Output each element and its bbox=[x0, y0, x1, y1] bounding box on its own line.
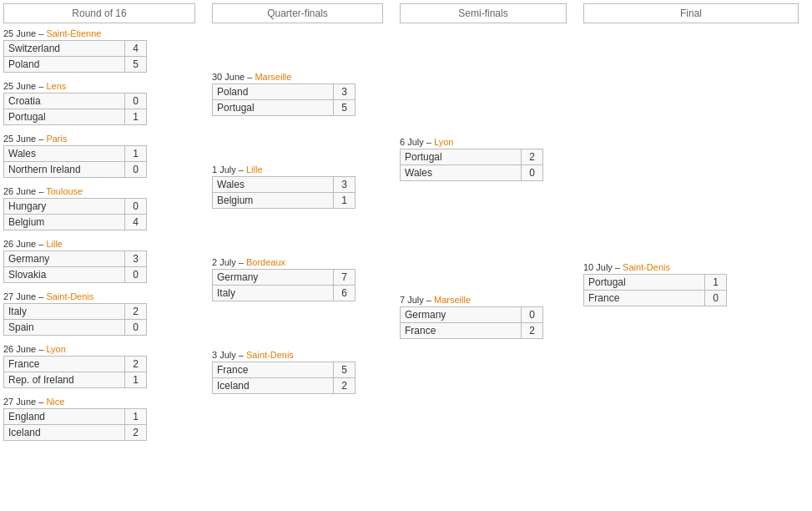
sf-spacer-mid bbox=[400, 186, 567, 295]
team-score: 2 bbox=[522, 149, 543, 165]
team-score: 1 bbox=[334, 193, 356, 209]
table-row: Switzerland 4 bbox=[4, 41, 147, 57]
team-score: 2 bbox=[522, 323, 543, 339]
team-score: 5 bbox=[334, 100, 356, 116]
team-score: 0 bbox=[125, 94, 147, 109]
qf-spacer-top bbox=[212, 28, 383, 72]
table-row: Wales 3 bbox=[213, 177, 356, 193]
sf-header: Semi-finals bbox=[400, 3, 567, 23]
table-row: Hungary 0 bbox=[4, 199, 147, 215]
table-row: Iceland 2 bbox=[213, 378, 356, 394]
table-row: Portugal 5 bbox=[213, 100, 356, 116]
r16-match-5: 26 June – Lille Germany 3 Slovakia 0 bbox=[3, 239, 195, 283]
quarter-finals: Quarter-finals 30 June – Marseille Polan… bbox=[212, 3, 383, 446]
table-row: Wales 0 bbox=[401, 165, 543, 181]
team-name: France bbox=[401, 323, 522, 339]
team-name: France bbox=[4, 357, 125, 372]
team-name: Croatia bbox=[4, 94, 125, 109]
final-match-1: 10 July – Saint-Denis Portugal 1 France … bbox=[583, 262, 799, 306]
sf-match-1: 6 July – Lyon Portugal 2 Wales 0 bbox=[400, 137, 567, 181]
team-name: Portugal bbox=[584, 275, 705, 291]
team-score: 5 bbox=[334, 362, 356, 378]
team-name: Iceland bbox=[4, 425, 125, 441]
team-name: Germany bbox=[4, 251, 125, 267]
team-name: Portugal bbox=[4, 109, 125, 125]
team-name: Germany bbox=[401, 307, 522, 323]
table-row: Portugal 1 bbox=[4, 109, 147, 125]
qf-match-3: 2 July – Bordeaux Germany 7 Italy 6 bbox=[212, 257, 383, 301]
team-name: Slovakia bbox=[4, 267, 125, 283]
team-score: 0 bbox=[522, 165, 543, 181]
r16-match-7: 26 June – Lyon France 2 Rep. of Ireland … bbox=[3, 344, 195, 388]
team-score: 3 bbox=[125, 251, 147, 267]
r16-matches: 25 June – Saint-Étienne Switzerland 4 Po… bbox=[3, 28, 195, 446]
table-row: Italy 6 bbox=[213, 286, 356, 301]
final-round: Final 10 July – Saint-Denis Portugal 1 bbox=[583, 3, 799, 446]
bracket-layout: Round of 16 25 June – Saint-Étienne Swit… bbox=[0, 0, 812, 449]
table-row: England 1 bbox=[4, 409, 147, 425]
table-row: France 2 bbox=[4, 357, 147, 372]
connector-r16-qf bbox=[195, 3, 212, 446]
team-name: Northern Ireland bbox=[4, 162, 125, 178]
team-score: 4 bbox=[125, 41, 147, 57]
table-row: Slovakia 0 bbox=[4, 267, 147, 283]
qf-spacer-mid1 bbox=[212, 121, 383, 164]
team-name: Belgium bbox=[213, 193, 334, 209]
team-score: 0 bbox=[125, 267, 147, 283]
team-score: 4 bbox=[125, 215, 147, 230]
table-row: Rep. of Ireland 1 bbox=[4, 372, 147, 388]
team-name: Poland bbox=[213, 84, 334, 100]
r16-match-8: 27 June – Nice England 1 Iceland 2 bbox=[3, 397, 195, 441]
table-row: Germany 0 bbox=[401, 307, 543, 323]
table-row: Wales 1 bbox=[4, 146, 147, 162]
r16-match-1: 25 June – Saint-Étienne Switzerland 4 Po… bbox=[3, 28, 195, 73]
team-score: 0 bbox=[125, 162, 147, 178]
team-name: France bbox=[584, 291, 705, 306]
table-row: Germany 3 bbox=[4, 251, 147, 267]
team-name: England bbox=[4, 409, 125, 425]
team-name: Wales bbox=[213, 177, 334, 193]
team-name: Wales bbox=[4, 146, 125, 162]
table-row: France 0 bbox=[584, 291, 727, 306]
team-score: 1 bbox=[125, 409, 147, 425]
team-score: 0 bbox=[125, 199, 147, 215]
team-name: Iceland bbox=[213, 378, 334, 394]
team-score: 2 bbox=[125, 304, 147, 320]
team-name: Spain bbox=[4, 320, 125, 336]
table-row: Portugal 1 bbox=[584, 275, 727, 291]
sf-matches: 6 July – Lyon Portugal 2 Wales 0 bbox=[400, 28, 567, 344]
sf-spacer-top bbox=[400, 28, 567, 137]
team-score: 1 bbox=[125, 146, 147, 162]
final-spacer-top bbox=[583, 28, 799, 262]
team-name: Germany bbox=[213, 270, 334, 286]
team-score: 3 bbox=[334, 84, 356, 100]
qf-match-4: 3 July – Saint-Denis France 5 Iceland 2 bbox=[212, 350, 383, 394]
table-row: Iceland 2 bbox=[4, 425, 147, 441]
team-score: 2 bbox=[334, 378, 356, 394]
team-name: Portugal bbox=[401, 149, 522, 165]
team-score: 3 bbox=[334, 177, 356, 193]
team-score: 2 bbox=[125, 357, 147, 372]
team-name: Italy bbox=[213, 286, 334, 301]
qf-spacer-mid3 bbox=[212, 306, 383, 350]
qf-spacer-mid2 bbox=[212, 214, 383, 257]
table-row: France 2 bbox=[401, 323, 543, 339]
qf-match-2: 1 July – Lille Wales 3 Belgium 1 bbox=[212, 164, 383, 209]
team-score: 5 bbox=[125, 57, 147, 73]
connector-sf-final bbox=[567, 3, 583, 446]
semi-finals: Semi-finals 6 July – Lyon Portugal 2 bbox=[400, 3, 567, 446]
table-row: Belgium 1 bbox=[213, 193, 356, 209]
r16-match-6: 27 June – Saint-Denis Italy 2 Spain 0 bbox=[3, 291, 195, 336]
team-score: 6 bbox=[334, 286, 356, 301]
team-name: France bbox=[213, 362, 334, 378]
table-row: Northern Ireland 0 bbox=[4, 162, 147, 178]
team-name: Hungary bbox=[4, 199, 125, 215]
team-name: Switzerland bbox=[4, 41, 125, 57]
team-name: Rep. of Ireland bbox=[4, 372, 125, 388]
r16-match-4: 26 June – Toulouse Hungary 0 Belgium 4 bbox=[3, 186, 195, 230]
team-name: Wales bbox=[401, 165, 522, 181]
round-of-16: Round of 16 25 June – Saint-Étienne Swit… bbox=[3, 3, 195, 446]
team-score: 1 bbox=[125, 109, 147, 125]
final-header: Final bbox=[583, 3, 799, 23]
final-matches: 10 July – Saint-Denis Portugal 1 France … bbox=[583, 28, 799, 311]
